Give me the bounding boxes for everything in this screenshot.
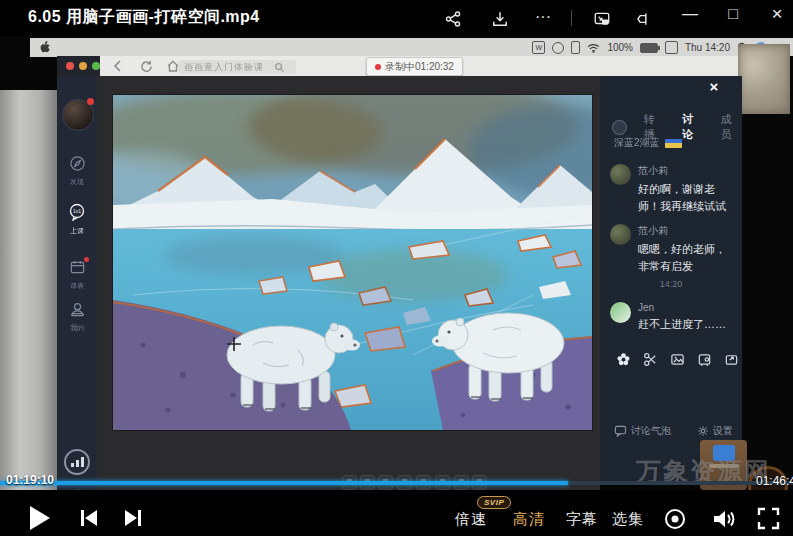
polar-bear-painting (113, 95, 592, 430)
chat-timestamp: 14:20 (600, 279, 742, 289)
recording-indicator: 录制中01:20:32 (366, 57, 463, 76)
menubar-circle-icon (552, 42, 564, 54)
sidebar-item-mine: 我的 (57, 301, 97, 333)
chat-message: 范小莉 嗯嗯，好的老师，非常有启发 (610, 224, 734, 274)
battery-icon (640, 43, 658, 53)
apple-logo-icon (40, 41, 51, 54)
progress-bar[interactable] (0, 481, 793, 485)
pin-icon[interactable] (632, 8, 654, 30)
more-icon[interactable]: ··· (532, 6, 554, 28)
menubar-phone-icon (571, 41, 580, 54)
target-record-icon[interactable] (662, 506, 688, 532)
download-icon[interactable] (489, 8, 511, 30)
sidebar-item-schedule: 课表 (57, 259, 97, 291)
tab-discussion: 讨论 (682, 112, 703, 142)
search-text: 画画意入门体验课 (184, 61, 270, 74)
wifi-icon (587, 43, 600, 53)
screenshot-icon (697, 352, 712, 367)
chat-collapse-icon (612, 120, 627, 135)
subtitles-button[interactable]: 字幕 (566, 510, 598, 529)
progress-played (0, 481, 568, 485)
menubar-clock: Thu 14:20 (685, 42, 730, 53)
schedule-badge (84, 257, 89, 262)
recording-label: 录制中01:20:32 (385, 60, 454, 74)
avatar (610, 224, 631, 245)
fullscreen-icon[interactable] (756, 506, 781, 531)
mac-menubar: W 100% Thu 14:20 (30, 38, 793, 57)
bubble-icon (614, 425, 627, 437)
desktop-right-edge (742, 56, 793, 490)
image-icon (670, 352, 685, 367)
svg-text:1v1: 1v1 (73, 208, 81, 214)
share-box-icon (724, 352, 739, 367)
recording-dot-icon (375, 64, 381, 70)
message-user: 范小莉 (638, 164, 734, 178)
battery-percent: 100% (607, 42, 633, 53)
gear-icon (697, 425, 709, 437)
svip-badge: SVIP (477, 496, 511, 509)
class-bubble-icon: 1v1 (68, 203, 86, 221)
menubar-w-icon: W (532, 41, 545, 54)
play-button[interactable] (30, 506, 50, 530)
traffic-light-zoom (92, 62, 100, 70)
sidebar-item-discover: 发现 (57, 155, 97, 187)
speed-button[interactable]: 倍速 (455, 510, 487, 529)
app-sidebar: 发现 1v1 上课 课表 我的 (57, 77, 97, 490)
duration-time: 01:46:4 (756, 474, 793, 488)
previous-button[interactable] (78, 508, 100, 528)
message-user: 范小莉 (638, 224, 734, 238)
search-field: 画画意入门体验课 (178, 60, 296, 74)
background-window-strip (0, 90, 57, 490)
traffic-light-close (66, 62, 74, 70)
settings-label: 设置 (713, 424, 733, 438)
compass-icon (69, 155, 86, 172)
chat-message: 范小莉 好的啊，谢谢老师！我再继续试试 (610, 164, 734, 214)
chat-toolbar (616, 352, 739, 367)
maximize-icon[interactable]: □ (722, 3, 744, 25)
avatar (610, 302, 631, 323)
calendar-menu-icon (665, 41, 678, 54)
bubble-label: 讨论气泡 (631, 424, 671, 438)
message-user: Jen (638, 302, 734, 313)
chat-message: Jen 赶不上进度了…… (610, 302, 734, 333)
player-titlebar: 6.05 用脑子画画-打碎空间.mp4 ··· — □ × (0, 0, 793, 36)
current-time: 01:19:10 (6, 473, 54, 487)
chat-panel: 转播 讨论 成员 深蓝2湖蓝 范小莉 好的啊，谢谢老师！我再继续试试 范小莉 (600, 76, 742, 483)
search-icon (274, 62, 285, 73)
titlebar-divider (571, 10, 572, 26)
scissors-icon (643, 352, 658, 367)
avatar (610, 164, 631, 185)
traffic-light-minimize (79, 62, 87, 70)
color-swatch-icon (665, 139, 682, 148)
calendar-icon (69, 259, 86, 276)
stats-icon (64, 449, 90, 475)
episodes-button[interactable]: 选集 (612, 510, 644, 529)
tab-members: 成员 (721, 112, 742, 142)
sidebar-item-class: 1v1 上课 (57, 203, 97, 236)
next-button[interactable] (122, 508, 144, 528)
chat-close-icon: × (705, 78, 723, 96)
refresh-icon (140, 60, 153, 73)
share-icon[interactable] (442, 8, 464, 30)
back-icon (112, 60, 124, 72)
quality-button[interactable]: 高清 (513, 510, 545, 529)
message-text: 嗯嗯，好的老师，非常有启发 (638, 241, 734, 274)
chat-footer: 讨论气泡 设置 (600, 424, 742, 438)
close-icon[interactable]: × (766, 3, 788, 25)
video-surface[interactable]: W 100% Thu 14:20 画画意入门体验课 (0, 36, 793, 490)
message-text: 赶不上进度了…… (638, 316, 734, 333)
partial-message: 深蓝2湖蓝 (614, 136, 682, 150)
avatar-notification-dot (87, 98, 94, 105)
video-title: 6.05 用脑子画画-打碎空间.mp4 (28, 7, 260, 28)
reference-artwork-thumbnail (738, 44, 790, 114)
volume-icon[interactable] (710, 506, 736, 532)
miniplayer-icon[interactable] (591, 8, 613, 30)
video-player-window: 6.05 用脑子画画-打碎空间.mp4 ··· — □ × (0, 0, 793, 536)
minimize-icon[interactable]: — (679, 3, 701, 25)
emoji-flower-icon (616, 352, 631, 367)
message-text: 好的啊，谢谢老师！我再继续试试 (638, 181, 734, 214)
person-icon (69, 301, 86, 318)
